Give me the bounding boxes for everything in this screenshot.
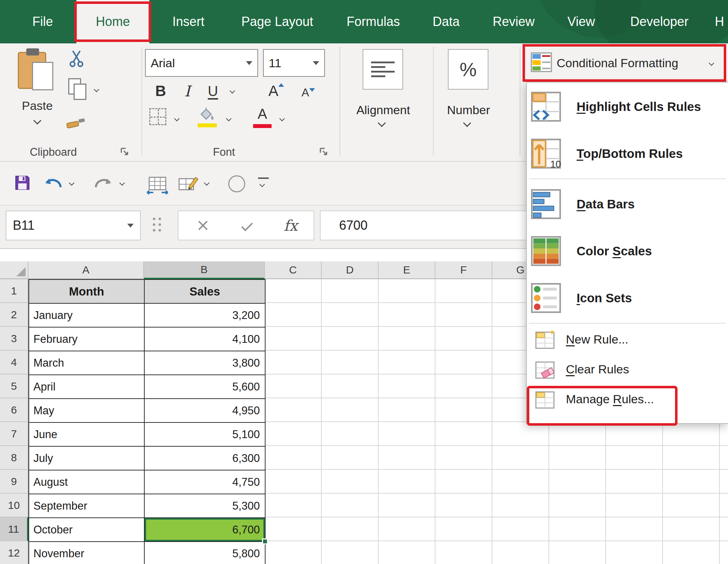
cell-A1[interactable]: Month [29,280,145,304]
fill-handle[interactable] [262,538,268,544]
cut-button[interactable] [67,49,86,70]
bold-button[interactable]: B [148,79,173,103]
selected-cell-B11[interactable]: 6,700 [145,518,266,542]
tab-data[interactable]: Data [423,0,469,43]
row-header[interactable]: 8 [0,446,28,470]
cell-B9[interactable]: 4,750 [145,470,266,494]
cell-A6[interactable]: May [29,399,145,423]
cell-B1[interactable]: Sales [145,280,266,304]
copy-dropdown-chevron[interactable] [94,87,100,92]
tab-page-layout[interactable]: Page Layout [228,0,327,43]
format-painter-button[interactable] [66,115,87,132]
col-header-d[interactable]: D [322,261,379,279]
insert-function-button[interactable]: fx [284,217,298,234]
tab-developer[interactable]: Developer [619,0,700,43]
enter-button[interactable] [241,220,253,232]
cell-B8[interactable]: 6,300 [145,447,266,470]
row-header[interactable]: 4 [0,351,28,374]
cell-A8[interactable]: July [29,447,145,470]
menu-item-new-rule[interactable]: New Rule... [527,324,728,354]
edit-tool-dropdown-chevron[interactable] [204,180,210,186]
font-color-button[interactable]: A [253,106,272,128]
undo-button[interactable] [43,175,63,192]
cell-A9[interactable]: August [29,470,145,494]
underline-button[interactable]: U [200,79,225,103]
row-header-11[interactable]: 11 [0,517,28,541]
tab-help-clipped[interactable]: H [711,0,728,43]
undo-dropdown-chevron[interactable] [69,180,75,186]
cell-B3[interactable]: 4,100 [145,328,266,351]
cell-B12[interactable]: 5,800 [145,542,266,564]
tab-home[interactable]: Home [76,0,149,43]
save-button[interactable] [13,173,32,194]
cell-A4[interactable]: March [29,351,145,375]
row-header[interactable]: 9 [0,470,28,494]
record-circle-icon[interactable] [228,175,245,192]
decrease-font-size-button[interactable]: A [297,82,314,103]
row-header[interactable]: 6 [0,398,28,422]
grid-arrows-icon [146,190,168,196]
cell-B6[interactable]: 4,950 [145,399,266,423]
table-row: April 5,600 [29,375,266,399]
tab-view[interactable]: View [558,0,604,43]
cell-B5[interactable]: 5,600 [145,375,266,399]
ribbon-tab-bar: File Home Insert Page Layout Formulas Da… [0,0,728,43]
menu-item-highlight-cells-rules[interactable]: Highlight Cells Rules [527,83,728,130]
table-tool-button[interactable] [146,172,168,196]
menu-item-manage-rules[interactable]: Manage Rules... [527,384,728,414]
row-header[interactable]: 7 [0,422,28,446]
cell-B2[interactable]: 3,200 [145,304,266,328]
edit-tool-button[interactable] [177,172,199,196]
cell-A3[interactable]: February [29,328,145,351]
row-header[interactable]: 5 [0,374,28,398]
cell-A11[interactable]: October [29,518,145,542]
formula-bar-drag-handle[interactable] [153,218,161,232]
row-header[interactable]: 3 [0,327,28,351]
cancel-button[interactable] [197,219,209,232]
row-header[interactable]: 2 [0,303,28,327]
menu-item-clear-rules[interactable]: Clear Rules [527,354,728,384]
underline-dropdown-chevron[interactable] [230,88,235,94]
paste-button[interactable]: Paste [11,48,64,125]
row-header[interactable]: 1 [0,279,28,303]
font-name-select[interactable]: Arial [145,49,258,77]
fill-color-dropdown-chevron[interactable] [226,116,232,122]
cell-A2[interactable]: January [29,304,145,328]
col-header-e[interactable]: E [379,261,435,279]
font-dialog-launcher[interactable] [318,147,328,158]
row-header[interactable]: 12 [0,541,28,564]
font-size-select[interactable]: 11 [263,49,325,77]
cell-B7[interactable]: 5,100 [145,423,266,447]
col-header-b[interactable]: B [144,261,265,279]
italic-button[interactable]: I [176,79,199,103]
cell-A12[interactable]: November [29,542,145,564]
col-header-c[interactable]: C [265,261,322,279]
row-header[interactable]: 10 [0,494,28,517]
increase-font-size-button[interactable]: A [264,79,283,103]
clipboard-dialog-launcher[interactable] [119,147,129,158]
cell-B4[interactable]: 3,800 [145,351,266,375]
menu-item-data-bars[interactable]: Data Bars [527,181,728,228]
menu-item-top-bottom-rules[interactable]: 10 Top/Bottom Rules [527,130,728,177]
select-all-corner[interactable] [0,261,28,279]
menu-item-icon-sets[interactable]: Icon Sets [527,275,728,321]
name-box[interactable]: B11 [6,211,141,240]
font-color-dropdown-chevron[interactable] [279,116,285,122]
cell-B10[interactable]: 5,300 [145,494,266,518]
redo-button[interactable] [93,175,114,192]
tab-formulas[interactable]: Formulas [338,0,409,43]
cell-A7[interactable]: June [29,423,145,447]
redo-dropdown-chevron[interactable] [119,180,125,186]
tab-file[interactable]: File [16,0,69,43]
fill-color-button[interactable] [198,107,217,127]
cell-A10[interactable]: September [29,494,145,518]
col-header-a[interactable]: A [28,261,144,279]
cell-A5[interactable]: April [29,375,145,399]
borders-button[interactable] [149,108,166,125]
borders-dropdown-chevron[interactable] [174,116,180,122]
customize-qat-button[interactable] [258,177,269,186]
menu-item-color-scales[interactable]: Color Scales [527,228,728,275]
tab-insert[interactable]: Insert [160,0,217,43]
col-header-f[interactable]: F [435,261,492,279]
tab-review[interactable]: Review [483,0,544,43]
